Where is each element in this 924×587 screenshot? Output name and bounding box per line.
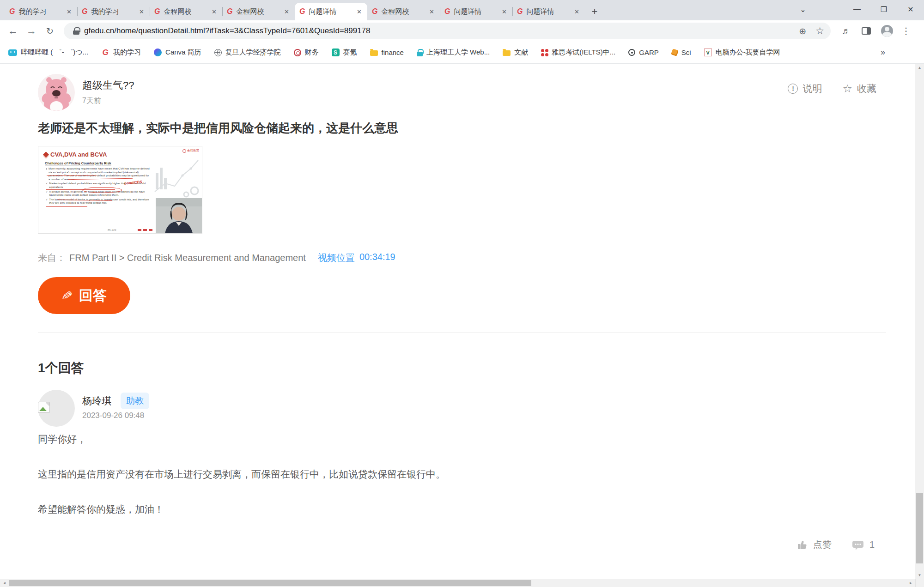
bookmarks-bar: 哔哩哔哩 ( ゜- ゜)つ... G 我的学习 Canva 简历 复旦大学经济学…: [0, 42, 924, 64]
bookmark-item[interactable]: finance: [370, 48, 404, 56]
answer-time: 2023-09-26 09:48: [82, 411, 144, 420]
scroll-left-icon[interactable]: ◄: [0, 579, 9, 587]
bookmark-item[interactable]: S 赛氪: [332, 48, 357, 57]
bookmark-item[interactable]: 文献: [503, 48, 528, 57]
profile-avatar[interactable]: [881, 25, 893, 37]
emblem-icon: [294, 49, 301, 56]
browser-tab[interactable]: G 问题详情 ✕: [440, 3, 512, 20]
bookmark-item[interactable]: Canva 简历: [154, 48, 201, 57]
side-panel-icon[interactable]: [862, 27, 871, 35]
dots-icon: [541, 49, 544, 52]
gfedu-favicon: G: [517, 8, 523, 15]
presenter-video: [156, 198, 202, 233]
answer-paragraph: 这里指的是信用资产没有在市场上进行交易剥离，而保留在银行中，比如说贷款保留在银行…: [38, 468, 731, 480]
comment-count: 1: [869, 539, 875, 550]
bookmark-label: 文献: [514, 48, 528, 57]
forward-icon[interactable]: →: [22, 22, 41, 40]
answer-button-label: 回答: [79, 286, 107, 305]
gfedu-favicon: G: [154, 8, 160, 15]
bookmark-label: 电脑办公-我要自学网: [716, 48, 780, 57]
reload-icon[interactable]: ↻: [41, 22, 59, 40]
slide-title-row: CVA,DVA and BCVA: [44, 151, 107, 158]
explain-button[interactable]: ! 说明: [788, 82, 822, 95]
tab-close-icon[interactable]: ✕: [66, 7, 73, 16]
tab-title: 金程网校: [164, 7, 207, 16]
browser-tab[interactable]: G 问题详情 ✕: [295, 3, 367, 20]
question-detail-page: 超级生气?? 7天前 ! 说明 ☆ 收藏 老师还是不太理解，实际中是把信用风险仓…: [0, 64, 915, 579]
bookmark-item[interactable]: GARP: [628, 48, 659, 56]
minimize-button[interactable]: —: [844, 0, 870, 18]
section-divider: [38, 333, 886, 333]
horizontal-scrollbar-thumb[interactable]: [9, 580, 531, 586]
bookmark-label: finance: [382, 48, 404, 56]
slide-subtitle: Challenges of Pricing Counterparty Risk: [45, 161, 111, 165]
diamond-icon: [43, 151, 49, 157]
bookmark-label: 复旦大学经济学院: [225, 48, 281, 57]
browser-tab[interactable]: G 金程网校 ✕: [222, 3, 295, 20]
scroll-right-icon[interactable]: ►: [906, 579, 915, 587]
bookmark-item[interactable]: 财务: [294, 48, 319, 57]
question-title: 老师还是不太理解，实际中是把信用风险仓储起来的，这是什么意思: [38, 120, 398, 136]
bookmark-item[interactable]: Sci: [672, 48, 691, 56]
window-close-button[interactable]: ✕: [897, 0, 924, 18]
tab-close-icon[interactable]: ✕: [501, 7, 508, 16]
window-controls: — ❐ ✕: [844, 0, 924, 18]
back-icon[interactable]: ←: [4, 22, 22, 40]
folder-icon: [370, 50, 378, 56]
tab-title: 我的学习: [91, 7, 134, 16]
tab-close-icon[interactable]: ✕: [138, 7, 145, 16]
tab-close-icon[interactable]: ✕: [283, 7, 290, 16]
bilibili-icon: [8, 49, 17, 56]
browser-tab[interactable]: G 我的学习 ✕: [5, 3, 77, 20]
bookmark-star-icon[interactable]: ☆: [815, 25, 824, 36]
bookmark-item[interactable]: 上海理工大学 Web...: [417, 48, 490, 57]
browser-menu-icon[interactable]: ⋮: [901, 25, 911, 36]
tab-close-icon[interactable]: ✕: [356, 7, 363, 16]
vertical-scrollbar[interactable]: ▲ ▼: [915, 64, 924, 579]
tab-strip: G 我的学习 ✕ G 我的学习 ✕ G 金程网校 ✕ G 金程网校 ✕: [0, 0, 924, 20]
media-controls-icon[interactable]: ♬: [842, 26, 851, 36]
bookmark-item[interactable]: G 我的学习: [101, 48, 141, 57]
browser-tab[interactable]: G 金程网校 ✕: [150, 3, 222, 20]
bookmark-label: GARP: [639, 48, 659, 56]
broken-image-icon: [38, 402, 50, 413]
answer-button[interactable]: ✎ 回答: [38, 277, 130, 314]
lock-icon[interactable]: [73, 27, 79, 35]
garp-icon: [628, 49, 635, 56]
zoom-icon[interactable]: ⊕: [799, 26, 806, 36]
answer-actions: 点赞 1: [796, 539, 875, 551]
bookmark-item[interactable]: 哔哩哔哩 ( ゜- ゜)つ...: [8, 48, 88, 57]
browser-tab[interactable]: G 我的学习 ✕: [77, 3, 150, 20]
bookmark-label: 财务: [305, 48, 319, 57]
horizontal-scrollbar[interactable]: ◄ ►: [0, 579, 924, 587]
question-author-avatar: [38, 74, 75, 111]
vertical-scrollbar-thumb[interactable]: [916, 493, 923, 563]
scroll-up-icon[interactable]: ▲: [915, 64, 924, 72]
tab-close-icon[interactable]: ✕: [211, 7, 218, 16]
tab-close-icon[interactable]: ✕: [573, 7, 580, 16]
bookmarks-overflow-icon[interactable]: »: [881, 48, 885, 57]
like-button[interactable]: 点赞: [796, 539, 832, 551]
scroll-down-icon[interactable]: ▼: [915, 571, 924, 579]
tab-close-icon[interactable]: ✕: [428, 7, 435, 16]
browser-tab[interactable]: G 金程网校 ✕: [367, 3, 440, 20]
lecture-slide-thumbnail[interactable]: CVA,DVA and BCVA Challenges of Pricing C…: [38, 146, 202, 234]
favorite-button[interactable]: ☆ 收藏: [842, 82, 876, 95]
video-position-label: 视频位置: [318, 252, 355, 264]
new-tab-button[interactable]: +: [588, 5, 602, 18]
gfedu-favicon: G: [227, 8, 232, 15]
bookmark-item[interactable]: 复旦大学经济学院: [214, 48, 281, 57]
answerer-name-row: 杨玲琪 助教: [82, 393, 149, 409]
comment-button[interactable]: 1: [852, 539, 875, 551]
slide-brand-logo: 金程教育: [182, 149, 199, 153]
slide-deco-chart: [154, 155, 200, 199]
video-position-time: 00:34:19: [359, 252, 395, 264]
bookmark-item[interactable]: V 电脑办公-我要自学网: [704, 48, 780, 57]
video-position-link[interactable]: 视频位置 00:34:19: [318, 252, 395, 264]
browser-tab[interactable]: G 问题详情 ✕: [512, 3, 585, 20]
restore-button[interactable]: ❐: [870, 0, 897, 18]
explain-label: 说明: [802, 82, 822, 95]
address-input[interactable]: gfedu.cn/home/questionDetail.html?ifTask…: [64, 23, 831, 39]
bookmark-item[interactable]: 雅思考试(IELTS)中...: [541, 48, 615, 57]
tab-list-chevron-icon[interactable]: ⌄: [793, 0, 813, 18]
